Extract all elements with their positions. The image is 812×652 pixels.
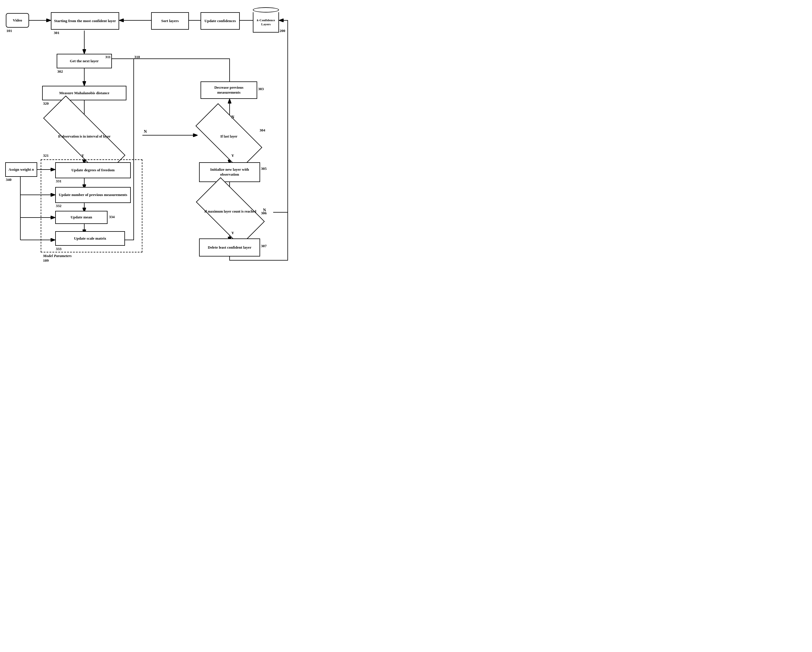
init-new-layer-box: Initialize new layer with observation bbox=[199, 162, 260, 182]
label-301: 301 bbox=[54, 31, 60, 35]
label-109: 109 bbox=[43, 258, 49, 262]
y-label-last-layer: Y bbox=[231, 153, 234, 158]
k-confidence-cylinder: k-Confidence Layers bbox=[253, 7, 279, 32]
if-max-layer-diamond: If maximum layer count is reached bbox=[199, 194, 261, 229]
n-label-last-layer: N bbox=[231, 115, 234, 119]
sort-layers-box: Sort layers bbox=[151, 12, 189, 30]
model-params-dashed bbox=[41, 159, 142, 253]
y-label-observation: Y bbox=[81, 153, 84, 158]
label-320: 320 bbox=[43, 101, 49, 106]
label-302: 302 bbox=[57, 69, 63, 74]
cylinder-body: k-Confidence Layers bbox=[253, 12, 279, 32]
label-321: 321 bbox=[43, 153, 49, 158]
label-305: 305 bbox=[261, 166, 267, 171]
y-label-max-layer: Y bbox=[231, 231, 234, 235]
update-confidences-box: Update confidences bbox=[200, 12, 240, 30]
delete-least-box: Delete least confident layer bbox=[199, 239, 260, 257]
decrease-prev-box: Decrease previous measurements bbox=[200, 81, 257, 99]
label-311: 311 bbox=[105, 55, 111, 59]
label-303: 303 bbox=[258, 87, 264, 91]
assign-weight-box: Assign weight n bbox=[5, 162, 37, 177]
get-next-layer-box: Get the next layer bbox=[56, 54, 112, 68]
label-340: 340 bbox=[6, 178, 12, 182]
if-last-layer-diamond: If last layer bbox=[198, 121, 260, 153]
if-observation-diamond: If observation is in interval of layer bbox=[42, 121, 127, 153]
label-307: 307 bbox=[261, 244, 267, 248]
start-confident-box: Starting from the most confident layer bbox=[51, 12, 119, 30]
video-box: Video bbox=[6, 13, 29, 28]
model-params-label: Model Parameters bbox=[43, 254, 72, 258]
label-200: 200 bbox=[279, 29, 285, 33]
measure-mahal-box: Measure Mahalanobis distance bbox=[42, 86, 127, 100]
n-label-observation: N bbox=[144, 129, 147, 134]
n-label-max-layer: N bbox=[263, 208, 266, 213]
label-304: 304 bbox=[259, 128, 266, 133]
cylinder-top bbox=[253, 7, 279, 12]
label-310: 310 bbox=[134, 55, 140, 59]
flowchart-diagram: Video 101 Starting from the most confide… bbox=[0, 0, 320, 262]
label-101: 101 bbox=[6, 29, 12, 33]
